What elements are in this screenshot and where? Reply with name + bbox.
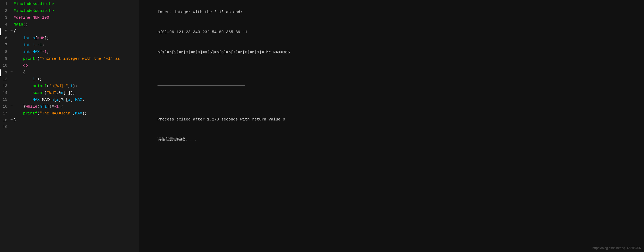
line-content-12: i++;: [14, 76, 139, 83]
line-num-3: 3: [0, 15, 9, 21]
output-content: Insert integer with the '-1' as end: n[0…: [143, 2, 640, 150]
line-num-18: 18: [0, 117, 9, 124]
line-num-15: 15: [0, 97, 9, 103]
code-line-17: 17 printf("The MAX=%d\n",MAX);: [0, 110, 139, 117]
code-editor[interactable]: 1 #include<stdio.h> 2 #include<conio.h> …: [0, 0, 139, 252]
fold-16: ─: [9, 104, 14, 109]
line-content-1: #include<stdio.h>: [14, 1, 139, 7]
line-content-15: MAX=MAX<n[i]?n[i]:MAX;: [14, 97, 139, 103]
fold-18: ─: [9, 117, 14, 122]
line-num-10: 10: [0, 63, 9, 69]
line-content-13: printf("n[%d]=",i);: [14, 83, 139, 89]
code-line-16: 16 ─ }while(n[i]!=-1);: [0, 104, 139, 110]
code-line-4: 4 main(): [0, 22, 139, 28]
line-content-4: main(): [14, 22, 139, 28]
code-line-6: 6 int n[NUM];: [0, 35, 139, 42]
code-line-10: 10 do: [0, 63, 139, 69]
code-line-9: 9 printf("\nInsert integer with the '-1'…: [0, 56, 139, 63]
code-line-8: 8 int MAX=-1;: [0, 49, 139, 56]
line-num-1: 1: [0, 1, 9, 7]
output-line3: n[1]=n[2]=n[3]=n[4]=n[5]=n[6]=n[7]=n[8]=…: [158, 50, 290, 55]
code-line-15: 15 MAX=MAX<n[i]?n[i]:MAX;: [0, 97, 139, 104]
line-num-17: 17: [0, 110, 9, 117]
line-num-6: 6: [0, 35, 9, 42]
output-separator: ─────────────────────────────────────: [158, 84, 245, 88]
line-content-5: {: [14, 28, 139, 35]
code-line-18: 18 ─ }: [0, 117, 139, 124]
output-exit: Process exited after 1.273 seconds with …: [158, 117, 285, 122]
line-content-8: int MAX=-1;: [14, 49, 139, 55]
line-num-8: 8: [0, 49, 9, 55]
line-content-14: scanf("%d",&n[i]);: [14, 90, 139, 96]
line-content-6: int n[NUM];: [14, 35, 139, 42]
line-content-10: do: [14, 63, 139, 69]
code-line-2: 2 #include<conio.h>: [0, 8, 139, 15]
code-line-7: 7 int i=-1;: [0, 42, 139, 49]
fold-11: ─: [9, 69, 14, 74]
line-num-13: 13: [0, 83, 9, 89]
code-line-5: 5 ─ {: [0, 28, 139, 35]
fold-5: ─: [9, 28, 14, 33]
code-line-3: 3 #define NUM 100: [0, 15, 139, 22]
line-num-9: 9: [0, 56, 9, 62]
line-content-16: }while(n[i]!=-1);: [14, 104, 139, 110]
line-num-12: 12: [0, 76, 9, 83]
line-content-18: }: [14, 117, 139, 124]
line-content-7: int i=-1;: [14, 42, 139, 48]
line-content-17: printf("The MAX=%d\n",MAX);: [14, 110, 139, 117]
code-line-11: 1 ─ {: [0, 69, 139, 76]
line-content-11: {: [14, 69, 139, 76]
line-num-7: 7: [0, 42, 9, 48]
main-container: 1 #include<stdio.h> 2 #include<conio.h> …: [0, 0, 644, 252]
code-line-19: 19: [0, 124, 139, 131]
line-num-5: 5: [0, 28, 9, 35]
watermark: https://blog.csdn.net/qq_45385706: [593, 246, 641, 250]
code-line-1: 1 #include<stdio.h>: [0, 1, 139, 8]
line-num-2: 2: [0, 8, 9, 14]
line-num-4: 4: [0, 22, 9, 28]
output-line2: n[0]=96 121 23 343 232 54 89 365 89 -1: [158, 30, 247, 34]
line-content-9: printf("\nInsert integer with the '-1' a…: [14, 56, 139, 62]
output-chinese: 请按任意键继续. . .: [158, 137, 197, 142]
line-content-2: #include<conio.h>: [14, 8, 139, 14]
output-line1: Insert integer with the '-1' as end:: [158, 10, 243, 14]
line-num-11: 1: [0, 69, 9, 76]
line-num-19: 19: [0, 124, 9, 130]
line-num-14: 14: [0, 90, 9, 96]
line-content-3: #define NUM 100: [14, 15, 139, 21]
line-num-16: 16: [0, 104, 9, 110]
code-line-13: 13 printf("n[%d]=",i);: [0, 83, 139, 90]
output-panel: Insert integer with the '-1' as end: n[0…: [139, 0, 644, 252]
code-line-12: 12 i++;: [0, 76, 139, 83]
code-line-14: 14 scanf("%d",&n[i]);: [0, 90, 139, 97]
